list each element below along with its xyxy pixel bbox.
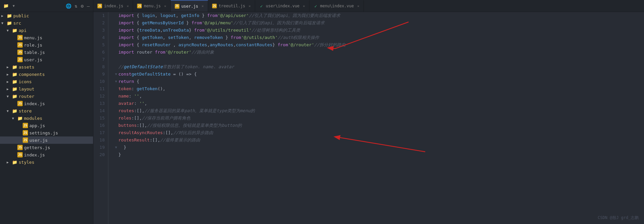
file-label: user.js (24, 57, 42, 62)
code-line-5: import { resetRouter , asyncRoutes,anyRo… (114, 41, 644, 49)
minimize-icon[interactable]: — (87, 3, 90, 9)
tab-menu.js[interactable]: JSmenu.js× (133, 0, 170, 12)
dropdown-arrow[interactable]: ▼ (13, 4, 15, 8)
tab-label: treeutil.js (219, 4, 245, 8)
tab-label: index.js (104, 4, 123, 8)
line-number-14: 14 (93, 107, 105, 114)
arrow-icon: ▶ (7, 65, 12, 69)
folder-icon: 📁 (7, 21, 12, 26)
fold-icon (114, 93, 118, 100)
tree-item-app.js[interactable]: JSapp.js (0, 122, 93, 129)
globe-icon[interactable]: 🌐 (66, 3, 71, 9)
transfer-icon[interactable]: ⇅ (75, 3, 77, 9)
folder-label: components (19, 72, 45, 77)
arrow-icon: ▶ (7, 73, 12, 76)
settings-icon[interactable]: ⚙ (81, 3, 83, 9)
fold-icon (114, 63, 118, 71)
tab-close-button[interactable]: × (201, 4, 204, 8)
code-line-12: name: '', (114, 93, 644, 100)
code-line-20: } (114, 151, 644, 158)
tree-item-getters.js[interactable]: JSgetters.js (0, 144, 93, 151)
tree-item-api[interactable]: ▼📁api (0, 27, 93, 34)
code-editor[interactable]: 1234567891011121314151617181920 import {… (93, 12, 644, 224)
tab-menu-index.vue[interactable]: ✓menu\index.vue× (309, 0, 364, 12)
arrow-icon: ▶ (7, 80, 12, 84)
fold-icon (114, 56, 118, 63)
js-icon: JS (17, 145, 23, 150)
code-line-8: //getDefaultState常数封装了token. name. avata… (114, 63, 644, 71)
tab-user.js[interactable]: JSuser.js× (171, 0, 208, 12)
code-line-2: import { getMenusByUserId } from '@/api/… (114, 19, 644, 27)
code-line-17: resultAsyncRoutes:[],//对比后的异步路由 (114, 129, 644, 136)
js-icon: JS (17, 101, 23, 106)
js-icon: JS (17, 35, 23, 40)
folder-icon: 📁 (3, 3, 9, 8)
tree-item-icons[interactable]: ▶📁icons (0, 78, 93, 85)
folder-label: layout (19, 87, 34, 92)
tree-item-role.js[interactable]: JSrole.js (0, 41, 93, 49)
tree-item-public[interactable]: ▶📁public (0, 12, 93, 19)
fold-icon (114, 129, 118, 136)
tree-item-user.js-store[interactable]: JSuser.js (0, 136, 93, 144)
arrow-icon: ▼ (12, 116, 17, 120)
folder-icon: 📁 (7, 13, 12, 18)
tab-label: user.js (181, 4, 198, 9)
tab-vue-icon: ✓ (313, 4, 318, 8)
js-icon: JS (23, 123, 28, 128)
tab-close-button[interactable]: × (357, 4, 360, 8)
arrow-icon: ▶ (7, 87, 12, 91)
tree-item-router[interactable]: ▼📁router (0, 93, 93, 100)
js-icon: JS (23, 137, 28, 143)
tree-item-settings.js[interactable]: JSsettings.js (0, 129, 93, 136)
folder-icon: 📁 (12, 87, 17, 92)
tab-close-button[interactable]: × (164, 4, 166, 8)
tab-treeutil.js[interactable]: JStreeutil.js× (208, 0, 255, 12)
fold-icon (114, 27, 118, 34)
line-number-4: 4 (93, 34, 105, 41)
code-line-9: ▼const getDefaultState = () => { (114, 71, 644, 78)
fold-icon[interactable]: ▼ (114, 71, 118, 78)
tab-js-icon: JS (137, 4, 142, 8)
arrow-icon: ▼ (7, 109, 12, 113)
tab-user-index.vue[interactable]: ✓user\index.vue× (255, 0, 309, 12)
tree-item-components[interactable]: ▶📁components (0, 71, 93, 78)
fold-icon[interactable]: ▼ (114, 78, 118, 85)
tree-item-src[interactable]: ▼📁src (0, 19, 93, 27)
watermark: CSDN @殷J grd_志鹏 (598, 215, 639, 221)
folder-icon: 📁 (12, 109, 17, 113)
tab-close-button[interactable]: × (303, 4, 305, 8)
line-number-5: 5 (93, 41, 105, 49)
tree-item-styles[interactable]: ▶📁styles (0, 158, 93, 166)
tree-item-index.js-store[interactable]: JSindex.js (0, 151, 93, 158)
code-line-18: routesResult:[],//最终要展示的路由 (114, 136, 644, 144)
tab-index.js[interactable]: JSindex.js× (93, 0, 133, 12)
fold-icon (114, 136, 118, 144)
arrow-icon: ▶ (1, 14, 7, 18)
fold-icon (114, 107, 118, 114)
folder-icon: 📁 (12, 160, 17, 165)
tree-item-user.js-api[interactable]: JSuser.js (0, 56, 93, 63)
arrow-icon: ▼ (1, 21, 7, 25)
line-numbers: 1234567891011121314151617181920 (93, 12, 108, 224)
arrow-icon: ▼ (7, 95, 12, 98)
code-line-3: import {treeData,unTreeData} from '@/uti… (114, 27, 644, 34)
tree-item-table.js[interactable]: JStable.js (0, 49, 93, 56)
code-line-19: ▼ } (114, 144, 644, 151)
tree-item-index.js-router[interactable]: JSindex.js (0, 100, 93, 107)
tree-item-menu.js[interactable]: JSmenu.js (0, 34, 93, 41)
fold-icon (114, 122, 118, 129)
tab-close-button[interactable]: × (127, 4, 129, 8)
sidebar: 📁 ▼ 🌐 ⇅ ⚙ — ▶📁public▼📁src▼📁apiJSmenu.jsJ… (0, 0, 93, 224)
tree-item-modules[interactable]: ▼📁modules (0, 114, 93, 122)
tab-label: menu\index.vue (320, 4, 354, 8)
folder-label: api (19, 28, 26, 33)
fold-icon (114, 19, 118, 27)
tree-item-layout[interactable]: ▶📁layout (0, 85, 93, 93)
fold-icon (114, 12, 118, 19)
tree-item-store[interactable]: ▼📁store (0, 107, 93, 114)
editor-area: JSindex.js×JSmenu.js×JSuser.js×JStreeuti… (93, 0, 644, 224)
line-number-18: 18 (93, 136, 105, 144)
tab-close-button[interactable]: × (248, 4, 251, 8)
tree-item-assets[interactable]: ▶📁assets (0, 63, 93, 71)
fold-icon[interactable]: ▼ (114, 144, 118, 151)
